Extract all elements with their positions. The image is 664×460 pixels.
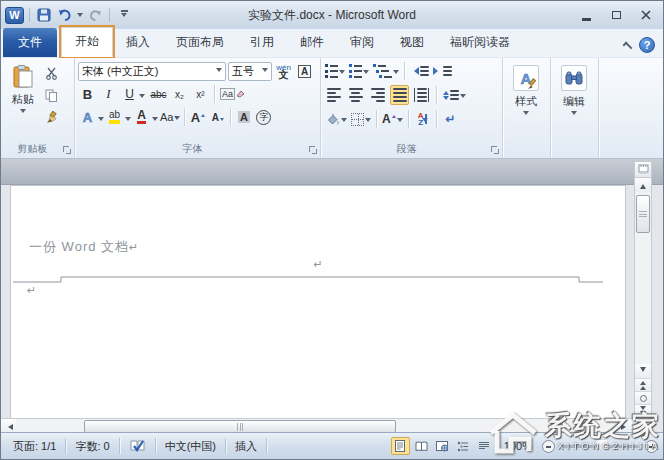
- zoom-slider-thumb[interactable]: [597, 440, 607, 453]
- redo-button[interactable]: [86, 6, 104, 24]
- outline-view-button[interactable]: [454, 437, 473, 455]
- show-marks-button[interactable]: ↵: [441, 109, 460, 129]
- justify-button[interactable]: [390, 85, 409, 105]
- page-number-indicator[interactable]: 页面: 1/1: [4, 437, 65, 455]
- font-dialog-launcher[interactable]: [308, 145, 318, 155]
- spellcheck-indicator[interactable]: [120, 437, 155, 455]
- vertical-scroll-track[interactable]: [635, 192, 651, 364]
- italic-button[interactable]: I: [99, 84, 118, 104]
- fullscreen-reading-view-button[interactable]: [412, 437, 431, 455]
- shading-button[interactable]: [324, 109, 348, 129]
- word-count-indicator[interactable]: 字数: 0: [66, 437, 118, 455]
- grow-font-button[interactable]: A: [188, 107, 207, 127]
- zoom-in-button[interactable]: [645, 440, 658, 453]
- outline-view-icon: [457, 441, 469, 452]
- insert-mode-indicator[interactable]: 插入: [226, 437, 266, 455]
- scroll-up-button[interactable]: [635, 178, 651, 192]
- editing-button[interactable]: 编辑: [554, 61, 594, 137]
- help-button[interactable]: ?: [639, 37, 655, 53]
- tab-insert[interactable]: 插入: [113, 29, 163, 57]
- customize-quick-access-button[interactable]: [115, 6, 133, 24]
- increase-indent-button[interactable]: [432, 61, 453, 81]
- zoom-slider-track[interactable]: [561, 445, 639, 448]
- font-size-combobox[interactable]: 五号: [228, 62, 272, 81]
- tab-file[interactable]: 文件: [3, 28, 57, 57]
- font-color-button[interactable]: A: [132, 107, 151, 127]
- character-border-button[interactable]: A: [295, 61, 314, 81]
- draft-view-button[interactable]: [475, 437, 494, 455]
- vertical-scroll-thumb[interactable]: [636, 195, 650, 233]
- text-effects-button[interactable]: A: [78, 107, 97, 127]
- tab-home[interactable]: 开始: [61, 27, 113, 57]
- subscript-button[interactable]: x₂: [170, 84, 189, 104]
- scroll-down-button[interactable]: [635, 364, 651, 378]
- font-name-combobox[interactable]: 宋体 (中文正文): [78, 62, 226, 81]
- bullets-button[interactable]: [324, 61, 346, 81]
- asian-layout-button[interactable]: A: [381, 109, 404, 129]
- close-button[interactable]: [633, 6, 659, 24]
- select-browse-object-button[interactable]: [635, 391, 651, 404]
- tab-references[interactable]: 引用: [237, 29, 287, 57]
- font-color-dropdown-arrow[interactable]: [152, 117, 158, 124]
- bold-button[interactable]: B: [78, 84, 97, 104]
- language-indicator[interactable]: 中文(中国): [156, 437, 225, 455]
- save-button[interactable]: [35, 6, 53, 24]
- tab-review[interactable]: 审阅: [337, 29, 387, 57]
- multilevel-dropdown-arrow: [393, 70, 399, 77]
- strikethrough-button[interactable]: abc: [149, 84, 168, 104]
- tab-foxit-reader[interactable]: 福昕阅读器: [437, 29, 523, 57]
- cut-button[interactable]: [42, 63, 61, 83]
- tab-page-layout[interactable]: 页面布局: [163, 29, 237, 57]
- align-center-button[interactable]: [346, 85, 365, 105]
- previous-page-button[interactable]: [635, 378, 651, 391]
- change-case-button[interactable]: Aa: [159, 107, 181, 127]
- text-effects-dropdown-arrow[interactable]: [98, 117, 104, 124]
- undo-button[interactable]: [56, 6, 74, 24]
- font-size-value: 五号: [232, 64, 254, 79]
- sort-button[interactable]: AZ: [413, 109, 432, 129]
- line-spacing-button[interactable]: [442, 85, 467, 105]
- borders-button[interactable]: [350, 109, 372, 129]
- divider: [109, 8, 110, 22]
- undo-dropdown-arrow[interactable]: [77, 13, 83, 20]
- underline-dropdown-arrow[interactable]: [139, 94, 145, 101]
- superscript-button[interactable]: x²: [191, 84, 210, 104]
- decrease-indent-button[interactable]: [409, 61, 430, 81]
- highlight-dropdown-arrow[interactable]: [125, 117, 131, 124]
- underline-button[interactable]: U: [120, 84, 139, 104]
- indent-lines-icon: [420, 66, 429, 76]
- styles-button[interactable]: A 样式: [506, 61, 546, 137]
- phonetic-guide-button[interactable]: wén文: [274, 61, 293, 81]
- align-right-button[interactable]: [368, 85, 387, 105]
- next-page-button[interactable]: [635, 404, 651, 417]
- document-page[interactable]: 一份 Word 文档↵ ↵ ↵: [11, 186, 625, 418]
- numbering-button[interactable]: [348, 61, 370, 81]
- paste-label: 粘贴: [12, 92, 34, 107]
- paste-button[interactable]: 粘贴: [4, 61, 42, 137]
- align-right-icon: [371, 88, 385, 102]
- minimize-button[interactable]: [573, 6, 599, 24]
- tab-mailings[interactable]: 邮件: [287, 29, 337, 57]
- zoom-out-button[interactable]: [542, 440, 555, 453]
- distribute-button[interactable]: [412, 85, 431, 105]
- shrink-font-button[interactable]: A: [208, 107, 227, 127]
- enclose-characters-button[interactable]: 字: [254, 107, 273, 127]
- styles-icon: A: [513, 65, 539, 91]
- format-painter-button[interactable]: [42, 107, 61, 127]
- web-layout-view-button[interactable]: [433, 437, 452, 455]
- clear-formatting-button[interactable]: Aa: [219, 84, 246, 104]
- highlight-button[interactable]: ab: [105, 107, 124, 127]
- print-layout-view-button[interactable]: [391, 437, 410, 455]
- view-ruler-button[interactable]: [635, 162, 651, 178]
- align-left-button[interactable]: [324, 85, 343, 105]
- tab-view[interactable]: 视图: [387, 29, 437, 57]
- maximize-button[interactable]: [603, 6, 629, 24]
- paragraph-dialog-launcher[interactable]: [490, 145, 500, 155]
- copy-button[interactable]: [42, 85, 61, 105]
- minimize-ribbon-icon[interactable]: [623, 42, 633, 52]
- character-shading-button[interactable]: A: [234, 107, 253, 127]
- zoom-level-indicator[interactable]: 100%: [496, 440, 540, 452]
- clipboard-dialog-launcher[interactable]: [62, 145, 72, 155]
- multilevel-list-button[interactable]: [372, 61, 400, 81]
- word-app-icon[interactable]: W: [5, 7, 24, 24]
